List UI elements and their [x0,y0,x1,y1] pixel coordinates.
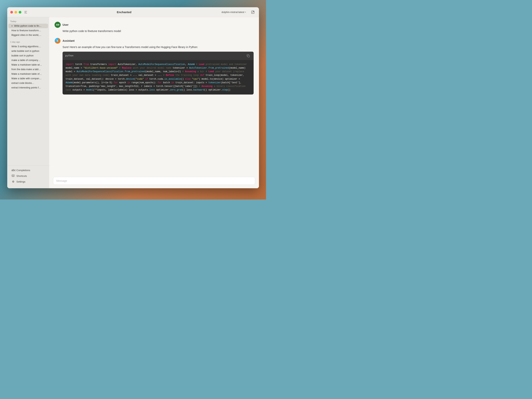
settings-label: Settings [16,180,25,183]
code-block-header: python [63,52,253,60]
toggle-line [24,13,27,13]
sidebar-item-label: Make a markdown table of… [12,73,42,75]
sidebar-bottom: abc Completions [7,166,49,186]
sidebar-item-label: write bubble sort in python [12,50,39,52]
traffic-lights [10,11,21,13]
completions-label: Completions [16,169,30,172]
sidebar-section-yesterday: 1 day ago Write 3 sorting algorithms… wr… [7,40,49,90]
section-label-yesterday: 1 day ago [7,40,49,44]
model-name: dolphin-mistral:latest [222,11,244,13]
chat-messages: AM User Write python code to finetune tr… [49,17,259,175]
sidebar-item-label: How to finetune transform… [12,29,41,32]
message-header-user: AM User [55,22,253,28]
svg-rect-7 [13,176,13,176]
message-placeholder: Message [56,179,67,182]
chat-area: AM User Write python code to finetune tr… [49,17,259,188]
sidebar-item-chat-3[interactable]: Biggest cities in the world,… [8,33,48,37]
svg-rect-9 [13,176,14,177]
sidebar: Today Write python code to fin… How to f… [7,17,49,188]
code-content: import torch from transformers import Au… [63,60,253,95]
main-layout: Today Write python code to fin… How to f… [7,17,259,188]
svg-rect-5 [14,175,14,175]
sidebar-item-label: Make a table with compan… [12,77,42,80]
sidebar-item-chat-4[interactable]: Write 3 sorting algorithms… [8,44,48,49]
code-language-label: python [65,54,73,57]
assistant-logo-icon: E [55,38,61,44]
settings-button[interactable]: ⚙ Settings [8,179,48,184]
copy-icon [247,54,250,57]
sidebar-item-label: extract interesting points f… [12,86,41,89]
keyboard-icon [12,174,15,177]
sidebar-item-chat-10[interactable]: Make a markdown table of… [8,72,48,76]
sidebar-item-chat-1[interactable]: Write python code to fin… [8,24,48,28]
new-chat-button[interactable] [250,9,256,15]
sidebar-item-label: make a table of company… [12,59,40,62]
completions-button[interactable]: abc Completions [8,167,48,173]
svg-rect-6 [12,176,13,176]
gear-icon: ⚙ [12,180,15,183]
chat-input-area: Message [49,175,259,188]
sidebar-toggle-button[interactable] [24,10,28,14]
svg-rect-3 [13,175,13,175]
svg-rect-2 [12,175,13,175]
svg-rect-4 [13,175,13,175]
close-button[interactable] [10,11,13,13]
sidebar-section-today: Today Write python code to fin… How to f… [7,19,49,37]
chevron-down-icon: ▾ [245,11,246,13]
sidebar-item-label: Write python code to fin… [14,25,42,27]
message-input[interactable]: Message [53,177,255,185]
assistant-intro-text: Sure! Here's an example of how you can f… [63,45,198,49]
sidebar-item-label: extract code blocks… [12,82,34,84]
sidebar-item-chat-5[interactable]: write bubble sort in python [8,49,48,53]
message-user: AM User Write python code to finetune tr… [55,22,253,33]
sidebar-item-chat-7[interactable]: make a table of company… [8,58,48,62]
user-avatar: AM [55,22,61,28]
message-assistant: E Assistant Sure! Here's an example of h… [55,38,253,94]
svg-rect-8 [14,176,14,176]
app-window: Enchanted dolphin-mistral:latest ▾ Today [7,7,259,188]
sidebar-item-label: bubble sort in python [12,54,34,57]
sidebar-item-chat-11[interactable]: Make a table with compan… [8,76,48,81]
title-bar-right: dolphin-mistral:latest ▾ [220,9,256,15]
shortcuts-button[interactable]: Shortcuts [8,173,48,179]
svg-rect-0 [252,11,254,13]
assistant-avatar: E [55,38,61,44]
minimize-button[interactable] [14,11,17,13]
user-message-content: Write python code to finetune transforme… [63,29,253,33]
toggle-line [24,12,26,12]
svg-text:E: E [57,40,58,42]
assistant-message-content: Sure! Here's an example of how you can f… [63,45,253,94]
code-block: python import torch from transformers im… [63,52,253,95]
app-title: Enchanted [28,11,220,14]
toggle-line [24,11,27,12]
sidebar-item-chat-8[interactable]: Make a markdown table wi… [8,62,48,67]
sidebar-item-chat-6[interactable]: bubble sort in python [8,53,48,58]
section-gap [7,37,49,40]
sidebar-item-chat-13[interactable]: extract interesting points f… [8,85,48,90]
sidebar-item-chat-9[interactable]: from the data make a tabl… [8,67,48,72]
title-bar: Enchanted dolphin-mistral:latest ▾ [7,7,259,17]
maximize-button[interactable] [19,11,21,13]
copy-code-button[interactable] [246,53,251,58]
assistant-role-label: Assistant [63,39,75,42]
sidebar-item-chat-2[interactable]: How to finetune transform… [8,28,48,33]
user-role-label: User [63,23,69,26]
completions-icon: abc [12,169,15,172]
message-header-assistant: E Assistant [55,38,253,44]
sidebar-item-chat-12[interactable]: extract code blocks… [8,81,48,85]
section-label-today: Today [7,19,49,24]
sidebar-item-label: Make a markdown table wi… [12,63,42,66]
compose-icon [251,11,254,14]
model-selector[interactable]: dolphin-mistral:latest ▾ [220,10,247,14]
sidebar-item-label: Biggest cities in the world,… [12,34,41,36]
shortcuts-label: Shortcuts [16,175,27,177]
sidebar-item-label: from the data make a tabl… [12,68,41,71]
active-dot [12,25,13,26]
sidebar-item-label: Write 3 sorting algorithms… [12,45,41,48]
svg-rect-13 [248,55,249,57]
